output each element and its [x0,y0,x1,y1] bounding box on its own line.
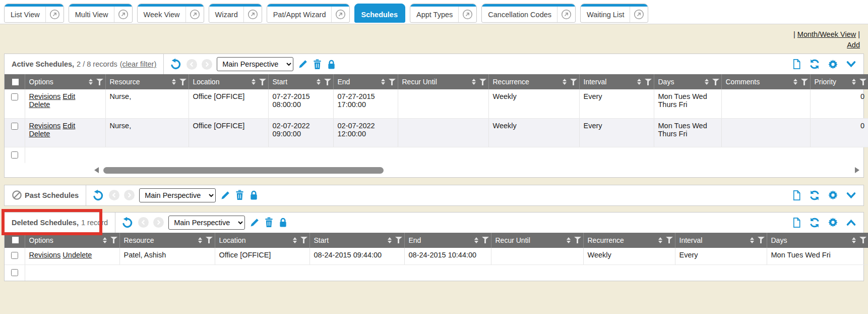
column-header-start[interactable]: Start [268,74,333,89]
filter-icon[interactable] [324,79,331,85]
sort-icon[interactable] [852,79,856,85]
filter-icon[interactable] [389,79,396,85]
filter-icon[interactable] [712,79,719,85]
delete-perspective-icon[interactable] [313,59,322,70]
filter-icon[interactable] [859,237,866,243]
scroll-left-icon[interactable] [94,167,99,173]
sort-icon[interactable] [317,79,321,85]
tab-schedules[interactable]: Schedules [354,4,405,23]
column-header-interval[interactable]: Interval [675,233,767,248]
delete-link[interactable]: Delete [29,100,50,109]
open-in-new-icon[interactable] [46,9,64,20]
filter-icon[interactable] [179,79,187,85]
column-header-recurrence[interactable]: Recurrence [583,233,675,248]
column-header-location[interactable]: Location [215,233,309,248]
settings-gear-icon[interactable] [828,190,838,200]
column-header-resource[interactable]: Resource [105,74,189,89]
open-in-new-icon[interactable] [244,9,262,20]
sort-icon[interactable] [381,79,385,85]
column-header-start[interactable]: Start [309,233,404,248]
column-header-recur-until[interactable]: Recur Until [491,233,583,248]
column-header-interval[interactable]: Interval [579,74,654,89]
perspective-select[interactable]: Main Perspective [139,188,216,202]
tab-week-view[interactable]: Week View [137,4,204,23]
column-header-recur-until[interactable]: Recur Until [398,74,488,89]
column-header-priority[interactable]: Priority [810,74,868,89]
open-in-new-icon[interactable] [114,9,132,20]
delete-perspective-icon[interactable] [235,190,244,200]
prev-icon[interactable] [187,59,197,70]
sort-icon[interactable] [293,237,297,243]
filter-icon[interactable] [259,79,266,85]
filter-icon[interactable] [479,79,486,85]
filter-icon[interactable] [666,237,673,243]
sort-icon[interactable] [637,79,641,85]
new-document-icon[interactable] [792,59,801,70]
column-header-end[interactable]: End [404,233,491,248]
open-in-new-icon[interactable] [459,9,476,20]
row-checkbox[interactable] [11,269,18,276]
tab-waiting-list[interactable]: Waiting List [580,4,648,23]
filter-icon[interactable] [574,237,581,243]
refresh-icon[interactable] [809,59,820,70]
filter-icon[interactable] [482,237,489,243]
sort-icon[interactable] [658,237,662,243]
open-in-new-icon[interactable] [557,9,575,20]
sort-icon[interactable] [103,237,107,243]
sort-icon[interactable] [252,79,256,85]
next-icon[interactable] [153,217,164,228]
select-all-checkbox[interactable] [5,233,25,248]
scroll-right-icon[interactable] [855,167,859,173]
sort-icon[interactable] [388,237,392,243]
collapse-chevron-down-icon[interactable] [846,60,856,69]
next-icon[interactable] [202,59,212,70]
row-checkbox[interactable] [11,151,18,159]
tab-cancellation-codes[interactable]: Cancellation Codes [481,4,576,23]
edit-link[interactable]: Edit [63,92,75,100]
delete-perspective-icon[interactable] [264,217,274,228]
tab-wizard[interactable]: Wizard [209,4,262,23]
month-week-view-link[interactable]: Month/Week View [797,30,856,38]
sort-icon[interactable] [198,237,202,243]
filter-icon[interactable] [206,237,213,243]
undo-icon[interactable] [170,58,182,70]
row-checkbox[interactable] [11,252,18,259]
refresh-icon[interactable] [809,190,820,201]
sort-icon[interactable] [793,79,797,85]
revisions-link[interactable]: Revisions [29,251,61,259]
filter-icon[interactable] [96,79,103,85]
column-header-days[interactable]: Days [654,74,721,89]
column-header-options[interactable]: Options [25,233,119,248]
prev-icon[interactable] [138,217,149,228]
edit-perspective-icon[interactable] [220,190,230,200]
sort-icon[interactable] [705,79,709,85]
lock-icon[interactable] [249,190,259,200]
add-link[interactable]: Add [847,41,860,49]
revisions-link[interactable]: Revisions [29,92,61,100]
edit-perspective-icon[interactable] [298,59,308,69]
open-in-new-icon[interactable] [630,9,648,20]
open-in-new-icon[interactable] [186,9,204,20]
undo-icon[interactable] [92,189,104,201]
row-checkbox[interactable] [11,93,18,100]
column-header-options[interactable]: Options [25,74,105,89]
next-icon[interactable] [124,190,135,200]
undo-icon[interactable] [121,217,134,229]
perspective-select[interactable]: Main Perspective [217,57,293,71]
delete-link[interactable]: Delete [29,130,50,138]
filter-icon[interactable] [570,79,577,85]
column-header-comments[interactable]: Comments [721,74,810,89]
column-header-days[interactable]: Days [767,233,868,248]
undelete-link[interactable]: Undelete [63,251,92,259]
sort-icon[interactable] [852,237,856,243]
revisions-link[interactable]: Revisions [29,122,61,130]
sort-icon[interactable] [472,79,476,85]
filter-icon[interactable] [859,79,866,85]
collapse-chevron-up-icon[interactable] [846,218,856,227]
filter-icon[interactable] [645,79,652,85]
column-header-end[interactable]: End [333,74,398,89]
tab-list-view[interactable]: List View [4,4,64,23]
refresh-icon[interactable] [809,217,820,228]
sort-icon[interactable] [172,79,176,85]
prev-icon[interactable] [109,190,119,200]
